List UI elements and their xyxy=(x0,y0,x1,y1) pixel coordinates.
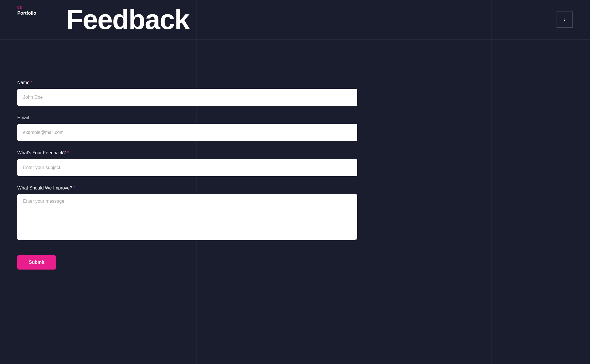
page-number: 03 xyxy=(17,5,63,10)
grid-col-6 xyxy=(492,0,590,364)
feedback-required-star: * xyxy=(67,150,69,155)
top-spacer xyxy=(17,57,386,80)
page-title: Feedback xyxy=(63,5,557,34)
feedback-label: What's Your Feedback?* xyxy=(17,150,386,156)
email-section: Email xyxy=(17,115,386,141)
email-input[interactable] xyxy=(17,124,357,141)
brand-name: Portfolio xyxy=(17,10,63,16)
feedback-input[interactable] xyxy=(17,159,357,176)
main-content: Name* Email What's Your Feedback?* What … xyxy=(0,40,403,293)
name-section: Name* xyxy=(17,80,386,106)
name-required-star: * xyxy=(31,80,33,85)
next-nav-button[interactable]: › xyxy=(557,12,573,28)
name-label: Name* xyxy=(17,80,386,85)
header: 03 Portfolio Feedback › xyxy=(0,0,590,40)
grid-col-5 xyxy=(393,0,491,364)
improve-section: What Should We Improve?* xyxy=(17,185,386,241)
email-label: Email xyxy=(17,115,386,120)
feedback-section: What's Your Feedback?* xyxy=(17,150,386,176)
improve-required-star: * xyxy=(73,185,75,190)
improve-textarea[interactable] xyxy=(17,194,357,240)
header-left: 03 Portfolio xyxy=(17,5,63,16)
submit-button[interactable]: Submit xyxy=(17,255,56,270)
improve-label: What Should We Improve?* xyxy=(17,185,386,191)
name-input[interactable] xyxy=(17,89,357,106)
